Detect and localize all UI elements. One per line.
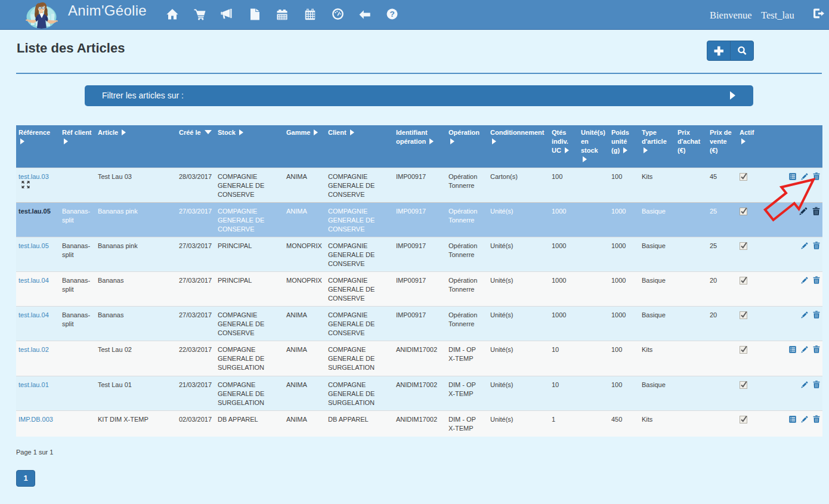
svg-text:?: ? <box>389 10 394 18</box>
